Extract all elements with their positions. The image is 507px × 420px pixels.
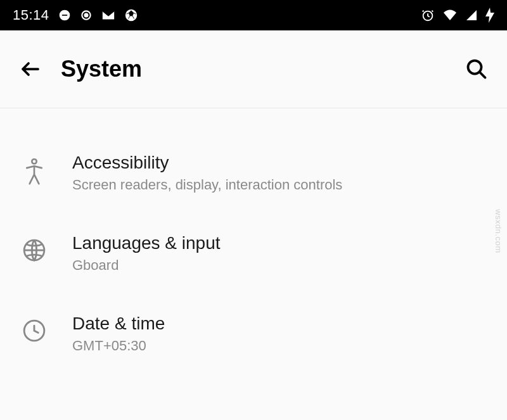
accessibility-icon	[19, 153, 49, 186]
clock-icon	[19, 314, 49, 343]
svg-rect-1	[61, 15, 67, 16]
settings-list: Accessibility Screen readers, display, i…	[0, 108, 507, 381]
svg-point-7	[32, 159, 36, 163]
settings-item-subtitle: Screen readers, display, interaction con…	[72, 175, 488, 195]
wifi-icon	[442, 9, 458, 22]
back-button[interactable]	[19, 58, 42, 80]
page-title: System	[61, 56, 446, 82]
settings-item-title: Accessibility	[72, 153, 488, 173]
status-left: 15:14	[13, 7, 138, 23]
search-button[interactable]	[465, 58, 488, 80]
settings-text: Date & time GMT+05:30	[72, 314, 488, 356]
app-header: System	[0, 30, 507, 108]
status-time: 15:14	[13, 7, 49, 23]
status-right	[421, 8, 494, 23]
globe-icon	[19, 233, 49, 262]
soccer-icon	[124, 8, 138, 22]
settings-item-title: Languages & input	[72, 233, 488, 253]
cellular-icon	[465, 9, 478, 22]
settings-item-datetime[interactable]: Date & time GMT+05:30	[0, 301, 507, 381]
svg-point-3	[84, 14, 87, 17]
settings-text: Accessibility Screen readers, display, i…	[72, 153, 488, 195]
status-bar: 15:14	[0, 0, 507, 30]
alarm-icon	[421, 8, 435, 22]
gmail-icon	[101, 10, 115, 21]
watermark: wsxdn.com	[494, 209, 503, 253]
settings-text: Languages & input Gboard	[72, 233, 488, 276]
circle-icon	[80, 9, 93, 22]
message-icon	[58, 9, 71, 22]
charging-icon	[485, 8, 494, 23]
settings-item-accessibility[interactable]: Accessibility Screen readers, display, i…	[0, 140, 507, 220]
settings-item-title: Date & time	[72, 314, 488, 334]
settings-item-subtitle: Gboard	[72, 256, 488, 276]
settings-item-subtitle: GMT+05:30	[72, 336, 488, 356]
settings-item-languages[interactable]: Languages & input Gboard	[0, 220, 507, 301]
